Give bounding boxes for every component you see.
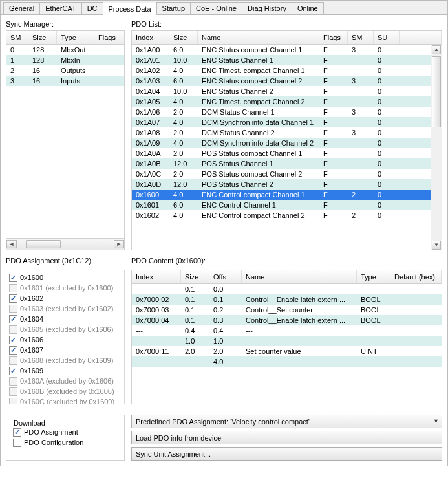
- checkbox-label: 0x1600: [20, 274, 43, 281]
- table-row[interactable]: 0x1A0410.0ENC Status Channel 2F0: [132, 86, 431, 96]
- table-row[interactable]: ---0.40.4---: [132, 325, 442, 336]
- tab-general[interactable]: General: [3, 2, 40, 14]
- column-header[interactable]: Default (hex): [390, 270, 442, 283]
- column-header[interactable]: Offs: [209, 270, 242, 283]
- checkbox-label: 0x1609: [20, 367, 43, 375]
- pdo-list[interactable]: IndexSizeNameFlagsSMSU 0x1A006.0ENC Stat…: [131, 30, 442, 250]
- table-row[interactable]: 0x16024.0ENC Control compact Channel 2F2…: [132, 210, 431, 221]
- list-item[interactable]: 0x1604: [8, 314, 123, 324]
- tab-process-data[interactable]: Process Data: [103, 3, 157, 15]
- column-header[interactable]: SU: [374, 31, 400, 44]
- list-item[interactable]: 0x1606: [8, 334, 123, 345]
- scroll-down-icon[interactable]: ▼: [432, 241, 441, 250]
- table-row[interactable]: 316Inputs: [6, 76, 124, 86]
- scroll-up-icon[interactable]: ▲: [432, 45, 441, 54]
- column-header[interactable]: Type: [57, 31, 94, 44]
- column-header[interactable]: Size: [169, 31, 198, 44]
- scroll-right-icon[interactable]: ►: [114, 240, 124, 248]
- list-item[interactable]: 0x1609: [8, 366, 123, 376]
- table-row[interactable]: 0x1A062.0DCM Status Channel 1F30: [132, 107, 431, 117]
- table-row[interactable]: 1128MbxIn: [6, 55, 124, 65]
- column-header[interactable]: Flags: [319, 31, 348, 44]
- tab-dc[interactable]: DC: [81, 2, 103, 14]
- checkbox[interactable]: [13, 428, 21, 437]
- checkbox-label: 0x1605 (excluded by 0x1606): [20, 325, 113, 333]
- column-header[interactable]: Type: [357, 270, 390, 283]
- column-header[interactable]: Flags: [94, 31, 120, 44]
- scroll-thumb[interactable]: [26, 240, 61, 248]
- column-header[interactable]: Name: [242, 270, 357, 283]
- table-row[interactable]: 0x7000:030.10.2Control__Set counterBOOL: [132, 305, 442, 315]
- table-row[interactable]: 0128MbxOut: [6, 45, 124, 55]
- checkbox-label: 0x1608 (excluded by 0x1609): [20, 356, 113, 364]
- checkbox[interactable]: [9, 294, 17, 303]
- tab-startup[interactable]: Startup: [156, 2, 191, 14]
- list-item: 0x160A (excluded by 0x1606): [8, 376, 123, 386]
- table-row[interactable]: 4.0: [132, 356, 442, 367]
- predefined-pdo-combo[interactable]: Predefined PDO Assignment: 'Velocity con…: [131, 415, 442, 428]
- table-row[interactable]: 0x1A0C2.0POS Status compact Channel 2F0: [132, 169, 431, 179]
- pdo-assignment-list[interactable]: 0x16000x1601 (excluded by 0x1600)0x16020…: [6, 270, 125, 404]
- checkbox: [9, 398, 17, 405]
- scroll-left-icon[interactable]: ◄: [6, 240, 17, 248]
- list-item[interactable]: 0x1602: [8, 293, 123, 303]
- checkbox[interactable]: [9, 346, 17, 355]
- scroll-thumb-vertical[interactable]: [432, 56, 441, 127]
- sync-manager-label: Sync Manager:: [6, 20, 125, 28]
- checkbox-label: 0x1603 (excluded by 0x1602): [20, 305, 113, 312]
- tab-online[interactable]: Online: [292, 2, 324, 14]
- list-item: 0x1605 (excluded by 0x1606): [8, 324, 123, 334]
- tab-coe-online[interactable]: CoE - Online: [190, 2, 242, 14]
- sync-unit-button[interactable]: Sync Unit Assignment...: [131, 447, 442, 461]
- table-row[interactable]: 0x1A036.0ENC Status compact Channel 2F30: [132, 76, 431, 86]
- table-row[interactable]: 0x1A082.0DCM Status Channel 2F30: [132, 127, 431, 138]
- column-header[interactable]: Index: [132, 270, 181, 283]
- table-row[interactable]: 0x1A054.0ENC Timest. compact Channel 2F0: [132, 96, 431, 107]
- tab-diag-history[interactable]: Diag History: [242, 2, 292, 14]
- table-row[interactable]: 0x1A006.0ENC Status compact Channel 1F30: [132, 45, 431, 55]
- tab-ethercat[interactable]: EtherCAT: [39, 2, 81, 14]
- sync-manager-list[interactable]: SMSizeTypeFlags 0128MbxOut1128MbxIn216Ou…: [6, 30, 125, 250]
- horizontal-scrollbar[interactable]: ◄ ►: [6, 238, 124, 250]
- column-header[interactable]: Name: [198, 31, 319, 44]
- column-header[interactable]: Size: [181, 270, 209, 283]
- pdo-assignment-label: PDO Assignment (0x1C12):: [6, 257, 125, 265]
- table-row[interactable]: 0x16016.0ENC Control Channel 1F0: [132, 200, 431, 210]
- tab-bar: GeneralEtherCATDCProcess DataStartupCoE …: [1, 1, 447, 15]
- table-row[interactable]: 216Outputs: [6, 65, 124, 76]
- table-row[interactable]: 0x16004.0ENC Control compact Channel 1F2…: [132, 190, 431, 200]
- checkbox[interactable]: [9, 367, 17, 375]
- table-row[interactable]: ---1.01.0---: [132, 336, 442, 346]
- table-row[interactable]: ---0.10.0---: [132, 284, 442, 294]
- checkbox[interactable]: [13, 439, 21, 447]
- list-item[interactable]: 0x1607: [8, 345, 123, 355]
- checkbox[interactable]: [9, 336, 17, 344]
- checkbox-label: 0x1607: [20, 346, 43, 354]
- pdo-content-list[interactable]: IndexSizeOffsNameTypeDefault (hex) ---0.…: [131, 270, 442, 404]
- table-row[interactable]: 0x7000:112.02.0Set counter valueUINT: [132, 346, 442, 356]
- column-header[interactable]: Index: [132, 31, 169, 44]
- checkbox[interactable]: [9, 274, 17, 282]
- table-row[interactable]: 0x1A0B12.0POS Status Channel 1F0: [132, 158, 431, 169]
- list-item[interactable]: 0x1600: [8, 272, 123, 283]
- checkbox-label: 0x1601 (excluded by 0x1600): [20, 284, 113, 292]
- table-row[interactable]: 0x1A024.0ENC Timest. compact Channel 1F0: [132, 65, 431, 76]
- checkbox[interactable]: [9, 315, 17, 323]
- table-row[interactable]: 0x7000:040.10.3Control__Enable latch ext…: [132, 315, 442, 325]
- checkbox-label: 0x160B (excluded by 0x1606): [20, 387, 114, 395]
- table-row[interactable]: 0x7000:020.10.1Control__Enable latch ext…: [132, 294, 442, 305]
- predefined-pdo-text: Predefined PDO Assignment: 'Velocity con…: [136, 418, 310, 426]
- column-header[interactable]: Size: [28, 31, 57, 44]
- column-header[interactable]: SM: [348, 31, 374, 44]
- table-row[interactable]: 0x1A074.0DCM Synchron info data Channel …: [132, 117, 431, 127]
- checkbox-label: 0x1602: [20, 294, 43, 302]
- table-row[interactable]: 0x1A0110.0ENC Status Channel 1F0: [132, 55, 431, 65]
- column-header[interactable]: SM: [6, 31, 28, 44]
- load-pdo-button[interactable]: Load PDO info from device: [131, 431, 442, 444]
- table-row[interactable]: 0x1A0A2.0POS Status compact Channel 1F0: [132, 148, 431, 158]
- download-option[interactable]: PDO Assignment: [12, 427, 119, 437]
- table-row[interactable]: 0x1A0D12.0POS Status Channel 2F0: [132, 179, 431, 190]
- vertical-scrollbar[interactable]: ▲ ▼: [431, 45, 442, 250]
- download-option[interactable]: PDO Configuration: [12, 437, 119, 448]
- table-row[interactable]: 0x1A094.0DCM Synchron info data Channel …: [132, 138, 431, 148]
